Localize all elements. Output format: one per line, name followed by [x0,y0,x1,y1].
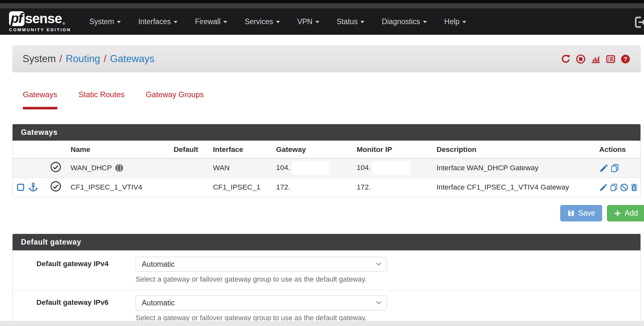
default-gateway-panel: Default gateway Default gateway IPv4 Aut… [12,234,641,326]
plus-icon [614,210,621,217]
globe-icon [115,163,124,172]
save-button[interactable]: Save [560,205,602,221]
col-header-name: Name [69,141,172,158]
status-enabled-icon [50,181,62,192]
gateway-interface: CF1_IPSEC_1 [211,178,274,197]
nav-item-status[interactable]: Status [328,17,373,26]
nav-item-help[interactable]: Help [436,17,475,26]
gateway-description: Interface CF1_IPSEC_1_VTIV4 Gateway [435,178,597,197]
gateway-row-wan-dhcp: WAN_DHCP WAN 104. 104. Interface WAN_DHC… [13,158,640,178]
col-header-gateway: Gateway [274,141,355,158]
gateways-panel: Gateways Name Default Interface Gateway … [12,124,641,197]
log-list-icon[interactable] [606,54,616,64]
tab-gateways[interactable]: Gateways [12,90,68,109]
breadcrumb-routing[interactable]: Routing [66,53,100,65]
bottom-strip [0,321,644,326]
nav-item-firewall[interactable]: Firewall [186,17,236,26]
pfsense-logo: pf sense ® COMMUNITY EDITION [9,11,71,32]
save-icon [567,210,575,217]
add-button[interactable]: Add [607,205,644,221]
default-gateway-panel-title: Default gateway [13,234,640,250]
chevron-down-icon [462,21,466,23]
breadcrumb-gateways[interactable]: Gateways [110,53,154,65]
nav-item-diagnostics[interactable]: Diagnostics [373,17,436,26]
breadcrumb-bar: System / Routing / Gateways ? [12,45,641,72]
edit-icon[interactable] [599,163,609,173]
redacted-value [292,162,330,174]
gateways-table: Name Default Interface Gateway Monitor I… [13,141,640,197]
anchor-icon [28,182,38,192]
breadcrumb-separator: / [100,53,110,65]
sign-out-icon[interactable] [633,15,644,30]
gateways-panel-title: Gateways [13,124,640,141]
stop-circle-icon[interactable] [576,54,586,64]
row-checkbox[interactable] [17,184,24,191]
col-header-actions: Actions [597,141,640,158]
tab-static-routes[interactable]: Static Routes [68,90,135,109]
gateway-default [172,158,211,178]
breadcrumb-toolbar: ? [561,54,630,64]
form-row-ipv4: Default gateway IPv4 Automatic Select a … [13,257,640,290]
gateway-default [172,178,211,197]
delete-icon[interactable] [630,183,639,192]
navbar: pf sense ® COMMUNITY EDITION System Inte… [0,8,644,35]
disable-icon[interactable] [620,183,629,192]
window-top-strip [0,0,644,3]
gateway-name: CF1_IPSEC_1_VTIV4 [69,178,172,197]
col-header-default: Default [172,141,211,158]
gateway-address: 104. [276,163,290,172]
monitor-ip: 172. [355,178,435,197]
chevron-down-icon [276,21,280,23]
col-header-description: Description [435,141,597,158]
logo-community-edition: COMMUNITY EDITION [9,27,71,32]
chevron-down-icon [376,262,381,266]
pfsense-logo-pf-box: pf [9,11,24,26]
bar-chart-icon[interactable] [591,54,601,64]
chevron-down-icon [360,21,364,23]
table-header-row: Name Default Interface Gateway Monitor I… [13,141,640,158]
gateway-row-cf1-ipsec: CF1_IPSEC_1_VTIV4 CF1_IPSEC_1 172. 172. … [13,178,640,197]
chevron-down-icon [376,301,381,304]
gateway-interface: WAN [211,158,274,178]
monitor-ip: 104. [357,163,371,172]
chevron-down-icon [117,21,121,23]
nav-item-services[interactable]: Services [236,17,288,26]
gateway-description: Interface WAN_DHCP Gateway [435,158,597,178]
tab-gateway-groups[interactable]: Gateway Groups [135,90,214,109]
default-gateway-ipv4-select[interactable]: Automatic [136,257,387,272]
logo-registered-mark: ® [62,22,65,25]
chevron-down-icon [315,21,319,23]
gateway-address: 172. [274,178,355,197]
nav-item-interfaces[interactable]: Interfaces [130,17,186,26]
ipv4-help-text: Select a gateway or failover gateway gro… [136,275,387,284]
edit-icon[interactable] [599,183,608,192]
default-gateway-ipv4-label: Default gateway IPv4 [36,257,123,268]
nav-menu: System Interfaces Firewall Services VPN … [81,17,475,26]
col-header-interface: Interface [211,141,274,158]
default-gateway-ipv6-label: Default gateway IPv6 [36,295,123,307]
chevron-down-icon [223,21,227,23]
help-icon[interactable]: ? [620,54,630,64]
active-tab-underline [23,107,57,109]
logo-pf-text: pf [11,11,22,26]
copy-icon[interactable] [610,163,620,173]
chevron-down-icon [423,21,427,23]
breadcrumb-separator: / [56,53,66,65]
window-title-strip [0,3,644,8]
gateway-name: WAN_DHCP [71,164,112,172]
chevron-down-icon [174,21,178,23]
col-header-monitor-ip: Monitor IP [355,141,435,158]
nav-item-vpn[interactable]: VPN [289,17,328,26]
status-enabled-icon [50,161,62,173]
copy-icon[interactable] [610,183,618,192]
refresh-icon[interactable] [561,54,571,64]
default-gateway-ipv6-select[interactable]: Automatic [136,295,387,310]
nav-item-system[interactable]: System [81,17,130,26]
logo-sense-text: sense [25,12,62,25]
button-row: Save Add [12,205,641,221]
breadcrumb-system: System [23,53,56,65]
redacted-value [372,162,410,174]
routing-tabs: Gateways Static Routes Gateway Groups [12,90,644,109]
svg-text:?: ? [624,55,627,62]
